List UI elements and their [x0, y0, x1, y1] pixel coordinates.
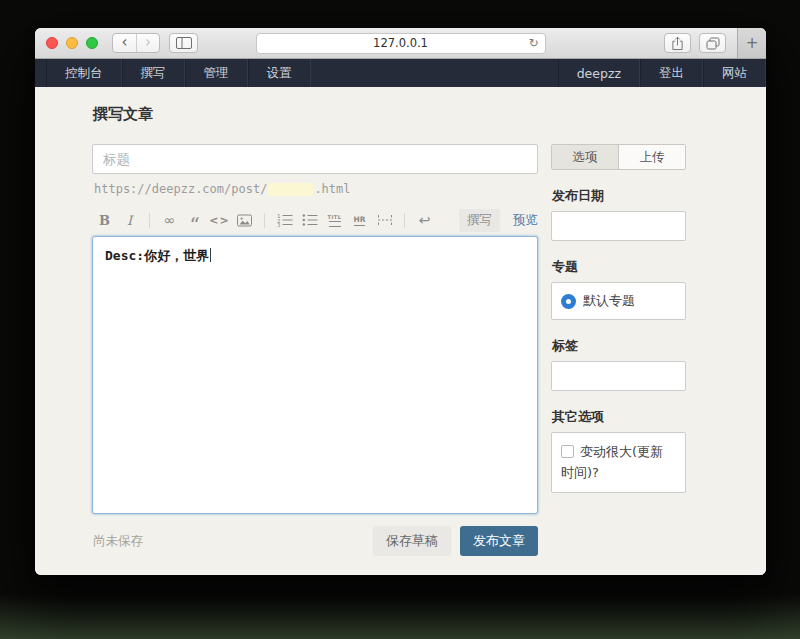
toolbar-divider — [149, 213, 150, 228]
reload-icon[interactable]: ↻ — [528, 34, 538, 53]
editor-content: Desc:你好，世界 — [105, 248, 209, 263]
sidebar-tabs: 选项 上传 — [551, 144, 686, 170]
toolbar-divider — [404, 213, 405, 228]
text-cursor — [210, 248, 211, 262]
nav-item-manage[interactable]: 管理 — [185, 59, 248, 87]
browser-window: ‹ › 127.0.0.1 ↻ + 控制台 撰写 管理 设置 deepzz 登出 — [35, 28, 766, 575]
tab-preview-mode[interactable]: 预览 — [513, 212, 538, 229]
bold-icon[interactable]: B — [93, 209, 116, 231]
slug-placeholder-highlight — [268, 183, 313, 196]
nav-item-username[interactable]: deepzz — [558, 59, 640, 87]
minimize-button[interactable] — [66, 37, 78, 49]
app-navbar: 控制台 撰写 管理 设置 deepzz 登出 网站 — [35, 59, 766, 87]
other-options-label: 其它选项 — [552, 408, 686, 426]
save-status: 尚未保存 — [93, 533, 143, 550]
post-url-preview: https://deepzz.com/post/.html — [94, 182, 538, 196]
quote-icon[interactable]: “ — [183, 209, 206, 231]
code-icon[interactable]: <> — [208, 209, 231, 231]
back-button[interactable]: ‹ — [113, 34, 136, 52]
tab-write-mode[interactable]: 撰写 — [459, 209, 500, 232]
sidebar-toggle-icon — [176, 37, 192, 49]
page-break-icon[interactable] — [373, 209, 396, 231]
unordered-list-icon[interactable] — [298, 209, 321, 231]
show-tabs-button[interactable] — [699, 33, 726, 53]
topic-option-default[interactable]: 默认专题 — [551, 282, 686, 320]
tags-input[interactable] — [551, 361, 686, 391]
tab-upload[interactable]: 上传 — [618, 145, 685, 169]
new-tab-button[interactable]: + — [737, 28, 766, 58]
composer-column: https://deepzz.com/post/.html BI∞“<>123T… — [92, 144, 538, 556]
publish-date-label: 发布日期 — [552, 187, 686, 205]
topic-option-label: 默认专题 — [583, 292, 635, 310]
editor-textarea[interactable]: Desc:你好，世界 — [92, 236, 538, 514]
svg-text:3: 3 — [277, 222, 281, 227]
navbar-right: deepzz 登出 网站 — [558, 59, 766, 87]
title-input[interactable] — [92, 144, 538, 174]
publish-button[interactable]: 发布文章 — [460, 526, 538, 556]
italic-icon[interactable]: I — [118, 209, 141, 231]
checkbox-unchecked-icon[interactable] — [561, 445, 574, 458]
sidebar-toggle-button[interactable] — [169, 33, 198, 53]
major-change-option[interactable]: 变动很大(更新时间)? — [551, 432, 686, 493]
composer-footer: 尚未保存 保存草稿 发布文章 — [92, 526, 538, 556]
image-icon[interactable] — [233, 209, 256, 231]
ordered-list-icon[interactable]: 123 — [273, 209, 296, 231]
tabs-icon — [706, 37, 720, 50]
editor-toolbar: BI∞“<>123TITLHR↩ 撰写 预览 — [92, 208, 538, 232]
history-buttons: ‹ › — [112, 33, 160, 53]
page-title: 撰写文章 — [93, 87, 686, 124]
nav-item-site[interactable]: 网站 — [703, 59, 766, 87]
share-icon — [671, 36, 684, 51]
undo-icon[interactable]: ↩ — [413, 209, 436, 231]
nav-item-dashboard[interactable]: 控制台 — [46, 59, 122, 87]
nav-item-settings[interactable]: 设置 — [248, 59, 311, 87]
link-icon[interactable]: ∞ — [158, 209, 181, 231]
topic-label: 专题 — [552, 258, 686, 276]
share-button[interactable] — [664, 33, 691, 53]
tags-label: 标签 — [552, 337, 686, 355]
toolbar-divider — [264, 213, 265, 228]
zoom-button[interactable] — [86, 37, 98, 49]
radio-selected-icon[interactable] — [561, 294, 576, 309]
page-content: 撰写文章 https://deepzz.com/post/.html BI∞“<… — [35, 87, 766, 575]
url-prefix: https://deepzz.com/post/ — [94, 182, 267, 196]
nav-item-write[interactable]: 撰写 — [122, 59, 185, 87]
chrome-right-buttons — [664, 33, 726, 53]
heading-icon[interactable]: TITL — [323, 209, 346, 231]
traffic-lights — [46, 37, 98, 49]
publish-date-input[interactable] — [551, 211, 686, 241]
address-url: 127.0.0.1 — [373, 36, 428, 50]
major-change-label: 变动很大(更新时间)? — [561, 444, 663, 480]
close-button[interactable] — [46, 37, 58, 49]
tab-options[interactable]: 选项 — [552, 145, 618, 169]
nav-item-logout[interactable]: 登出 — [640, 59, 703, 87]
address-bar[interactable]: 127.0.0.1 ↻ — [256, 33, 546, 54]
editor-toolbar-icons: BI∞“<>123TITLHR↩ — [92, 209, 437, 231]
url-suffix: .html — [314, 182, 350, 196]
save-draft-button[interactable]: 保存草稿 — [373, 526, 451, 556]
forward-button[interactable]: › — [136, 34, 159, 52]
options-sidebar: 选项 上传 发布日期 专题 默认专题 标签 其它选项 变动很大(更新时间)? — [551, 144, 686, 556]
browser-toolbar: ‹ › 127.0.0.1 ↻ + — [35, 28, 766, 59]
horizontal-rule-icon[interactable]: HR — [348, 209, 371, 231]
